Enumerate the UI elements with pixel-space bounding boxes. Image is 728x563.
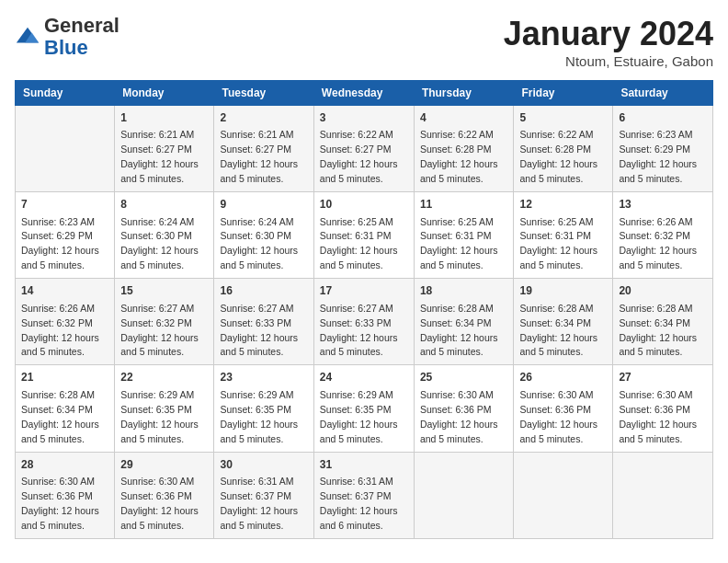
day-info: Sunrise: 6:25 AMSunset: 6:31 PMDaylight:… — [519, 216, 597, 271]
day-info: Sunrise: 6:31 AMSunset: 6:37 PMDaylight:… — [320, 476, 398, 531]
calendar-week-row: 28Sunrise: 6:30 AMSunset: 6:36 PMDayligh… — [16, 452, 713, 538]
day-info: Sunrise: 6:29 AMSunset: 6:35 PMDaylight:… — [220, 389, 298, 444]
col-friday: Friday — [514, 81, 613, 106]
calendar-cell: 16Sunrise: 6:27 AMSunset: 6:33 PMDayligh… — [214, 279, 313, 365]
day-number: 23 — [220, 370, 307, 385]
day-info: Sunrise: 6:30 AMSunset: 6:36 PMDaylight:… — [619, 389, 697, 444]
col-monday: Monday — [115, 81, 214, 106]
day-number: 12 — [519, 197, 607, 213]
day-number: 11 — [420, 197, 508, 213]
title-block: January 2024 Ntoum, Estuaire, Gabon — [504, 15, 713, 69]
location-text: Ntoum, Estuaire, Gabon — [504, 53, 713, 69]
day-number: 6 — [619, 110, 707, 126]
calendar-cell: 2Sunrise: 6:21 AMSunset: 6:27 PMDaylight… — [214, 106, 313, 192]
day-number: 28 — [21, 457, 108, 473]
calendar-cell: 30Sunrise: 6:31 AMSunset: 6:37 PMDayligh… — [214, 452, 313, 538]
page-header: General Blue January 2024 Ntoum, Estuair… — [15, 15, 713, 69]
calendar-week-row: 1Sunrise: 6:21 AMSunset: 6:27 PMDaylight… — [16, 106, 713, 192]
calendar-cell: 15Sunrise: 6:27 AMSunset: 6:32 PMDayligh… — [115, 279, 214, 365]
calendar-cell: 3Sunrise: 6:22 AMSunset: 6:27 PMDaylight… — [313, 106, 414, 192]
day-info: Sunrise: 6:28 AMSunset: 6:34 PMDaylight:… — [619, 303, 697, 358]
calendar-week-row: 7Sunrise: 6:23 AMSunset: 6:29 PMDaylight… — [16, 192, 713, 279]
day-info: Sunrise: 6:26 AMSunset: 6:32 PMDaylight:… — [619, 216, 697, 271]
day-info: Sunrise: 6:29 AMSunset: 6:35 PMDaylight:… — [320, 389, 398, 444]
logo-blue-text: Blue — [44, 36, 88, 59]
day-number: 1 — [120, 110, 208, 126]
calendar-cell — [414, 452, 514, 538]
day-number: 29 — [120, 457, 208, 473]
calendar-cell: 5Sunrise: 6:22 AMSunset: 6:28 PMDaylight… — [514, 106, 613, 192]
day-info: Sunrise: 6:22 AMSunset: 6:27 PMDaylight:… — [320, 129, 398, 184]
calendar-cell: 27Sunrise: 6:30 AMSunset: 6:36 PMDayligh… — [613, 365, 713, 452]
calendar-table: Sunday Monday Tuesday Wednesday Thursday… — [15, 80, 713, 539]
day-info: Sunrise: 6:25 AMSunset: 6:31 PMDaylight:… — [420, 216, 498, 271]
day-number: 15 — [120, 283, 208, 299]
calendar-cell: 20Sunrise: 6:28 AMSunset: 6:34 PMDayligh… — [613, 279, 713, 365]
day-number: 24 — [320, 370, 408, 385]
calendar-cell: 28Sunrise: 6:30 AMSunset: 6:36 PMDayligh… — [16, 452, 115, 538]
calendar-cell: 31Sunrise: 6:31 AMSunset: 6:37 PMDayligh… — [313, 452, 414, 538]
calendar-cell: 1Sunrise: 6:21 AMSunset: 6:27 PMDaylight… — [115, 106, 214, 192]
day-number: 9 — [220, 197, 307, 213]
day-number: 4 — [420, 110, 508, 126]
calendar-cell: 23Sunrise: 6:29 AMSunset: 6:35 PMDayligh… — [214, 365, 313, 452]
col-tuesday: Tuesday — [214, 81, 313, 106]
day-number: 16 — [220, 283, 307, 299]
col-saturday: Saturday — [613, 81, 713, 106]
calendar-cell: 7Sunrise: 6:23 AMSunset: 6:29 PMDaylight… — [16, 192, 115, 279]
calendar-cell: 14Sunrise: 6:26 AMSunset: 6:32 PMDayligh… — [16, 279, 115, 365]
day-info: Sunrise: 6:28 AMSunset: 6:34 PMDaylight:… — [21, 389, 99, 444]
day-info: Sunrise: 6:28 AMSunset: 6:34 PMDaylight:… — [420, 303, 498, 358]
logo-text: General Blue — [44, 15, 119, 59]
day-info: Sunrise: 6:21 AMSunset: 6:27 PMDaylight:… — [120, 129, 199, 184]
day-info: Sunrise: 6:27 AMSunset: 6:32 PMDaylight:… — [120, 303, 199, 358]
day-info: Sunrise: 6:25 AMSunset: 6:31 PMDaylight:… — [320, 216, 398, 271]
day-info: Sunrise: 6:27 AMSunset: 6:33 PMDaylight:… — [320, 303, 398, 358]
calendar-cell: 10Sunrise: 6:25 AMSunset: 6:31 PMDayligh… — [313, 192, 414, 279]
day-number: 25 — [420, 370, 508, 385]
col-wednesday: Wednesday — [313, 81, 414, 106]
calendar-week-row: 14Sunrise: 6:26 AMSunset: 6:32 PMDayligh… — [16, 279, 713, 365]
calendar-cell: 22Sunrise: 6:29 AMSunset: 6:35 PMDayligh… — [115, 365, 214, 452]
calendar-cell: 19Sunrise: 6:28 AMSunset: 6:34 PMDayligh… — [514, 279, 613, 365]
calendar-cell: 29Sunrise: 6:30 AMSunset: 6:36 PMDayligh… — [115, 452, 214, 538]
day-number: 14 — [21, 283, 108, 299]
day-info: Sunrise: 6:22 AMSunset: 6:28 PMDaylight:… — [420, 129, 498, 184]
month-title: January 2024 — [504, 15, 713, 53]
day-info: Sunrise: 6:27 AMSunset: 6:33 PMDaylight:… — [220, 303, 298, 358]
day-number: 7 — [21, 197, 108, 213]
calendar-cell: 11Sunrise: 6:25 AMSunset: 6:31 PMDayligh… — [414, 192, 514, 279]
day-number: 2 — [220, 110, 307, 126]
calendar-cell: 18Sunrise: 6:28 AMSunset: 6:34 PMDayligh… — [414, 279, 514, 365]
day-number: 27 — [619, 370, 707, 385]
day-info: Sunrise: 6:30 AMSunset: 6:36 PMDaylight:… — [120, 476, 199, 531]
calendar-cell: 17Sunrise: 6:27 AMSunset: 6:33 PMDayligh… — [313, 279, 414, 365]
day-info: Sunrise: 6:30 AMSunset: 6:36 PMDaylight:… — [21, 476, 99, 531]
day-info: Sunrise: 6:26 AMSunset: 6:32 PMDaylight:… — [21, 303, 99, 358]
day-info: Sunrise: 6:31 AMSunset: 6:37 PMDaylight:… — [220, 476, 298, 531]
calendar-cell: 12Sunrise: 6:25 AMSunset: 6:31 PMDayligh… — [514, 192, 613, 279]
day-info: Sunrise: 6:23 AMSunset: 6:29 PMDaylight:… — [21, 216, 99, 271]
calendar-cell: 21Sunrise: 6:28 AMSunset: 6:34 PMDayligh… — [16, 365, 115, 452]
day-info: Sunrise: 6:29 AMSunset: 6:35 PMDaylight:… — [120, 389, 199, 444]
day-number: 8 — [120, 197, 208, 213]
calendar-cell — [16, 106, 115, 192]
day-info: Sunrise: 6:28 AMSunset: 6:34 PMDaylight:… — [519, 303, 597, 358]
day-info: Sunrise: 6:23 AMSunset: 6:29 PMDaylight:… — [619, 129, 697, 184]
calendar-cell: 4Sunrise: 6:22 AMSunset: 6:28 PMDaylight… — [414, 106, 514, 192]
calendar-cell: 6Sunrise: 6:23 AMSunset: 6:29 PMDaylight… — [613, 106, 713, 192]
calendar-cell — [613, 452, 713, 538]
day-info: Sunrise: 6:24 AMSunset: 6:30 PMDaylight:… — [120, 216, 199, 271]
day-number: 20 — [619, 283, 707, 299]
logo-icon — [15, 24, 40, 50]
day-number: 3 — [320, 110, 408, 126]
calendar-cell: 24Sunrise: 6:29 AMSunset: 6:35 PMDayligh… — [313, 365, 414, 452]
day-info: Sunrise: 6:21 AMSunset: 6:27 PMDaylight:… — [220, 129, 298, 184]
day-info: Sunrise: 6:22 AMSunset: 6:28 PMDaylight:… — [519, 129, 597, 184]
calendar-cell: 25Sunrise: 6:30 AMSunset: 6:36 PMDayligh… — [414, 365, 514, 452]
calendar-header-row: Sunday Monday Tuesday Wednesday Thursday… — [16, 81, 713, 106]
day-number: 30 — [220, 457, 307, 473]
calendar-cell — [514, 452, 613, 538]
day-number: 10 — [320, 197, 408, 213]
calendar-cell: 13Sunrise: 6:26 AMSunset: 6:32 PMDayligh… — [613, 192, 713, 279]
